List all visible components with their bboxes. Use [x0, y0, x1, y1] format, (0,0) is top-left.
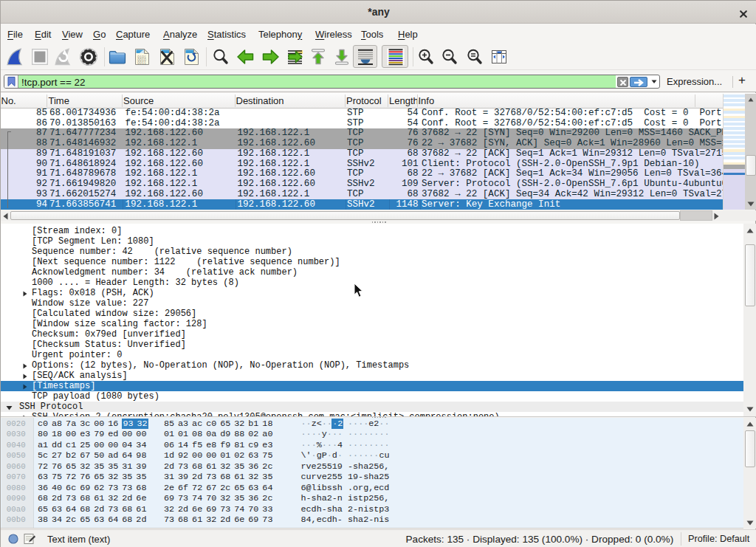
- svg-text:0011: 0011: [137, 61, 146, 66]
